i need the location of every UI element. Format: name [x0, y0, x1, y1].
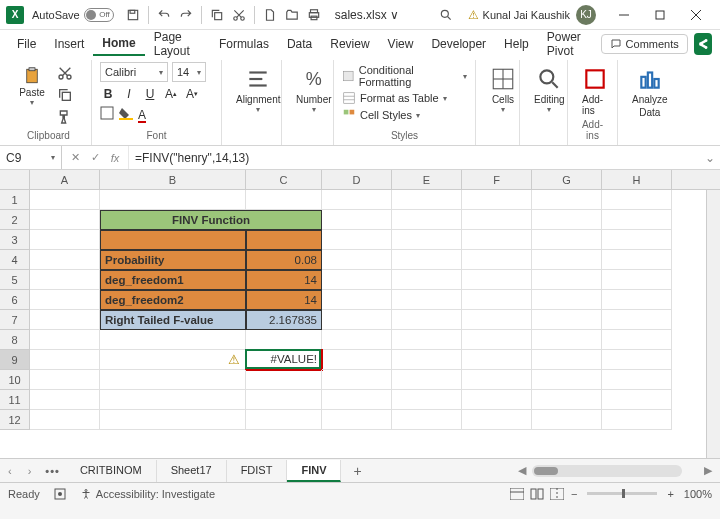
cell[interactable] [532, 310, 602, 330]
cell[interactable] [392, 190, 462, 210]
cell[interactable] [100, 230, 246, 250]
redo-icon[interactable] [176, 5, 196, 25]
cell[interactable] [322, 350, 392, 370]
row-header[interactable]: 12 [0, 410, 30, 430]
cell[interactable] [462, 250, 532, 270]
row-header[interactable]: 7 [0, 310, 30, 330]
cell[interactable] [246, 370, 322, 390]
cell[interactable] [462, 210, 532, 230]
addins-button[interactable]: Add-ins [576, 62, 614, 119]
menu-item-page-layout[interactable]: Page Layout [145, 26, 210, 62]
cell[interactable] [322, 230, 392, 250]
cell[interactable] [602, 330, 672, 350]
italic-button[interactable]: I [121, 86, 137, 102]
cell[interactable] [30, 410, 100, 430]
menu-item-review[interactable]: Review [321, 33, 378, 55]
tab-nav-prev-icon[interactable]: ‹ [0, 465, 20, 477]
close-button[interactable] [678, 0, 714, 30]
horizontal-scrollbar[interactable] [532, 465, 682, 477]
cell[interactable] [462, 410, 532, 430]
add-sheet-button[interactable]: + [341, 463, 373, 479]
cell[interactable] [532, 390, 602, 410]
cell[interactable] [532, 190, 602, 210]
user-name[interactable]: Kunal Jai Kaushik [483, 9, 570, 21]
zoom-in-button[interactable]: + [667, 488, 673, 500]
cell[interactable] [462, 390, 532, 410]
cell[interactable] [30, 230, 100, 250]
cell[interactable] [246, 390, 322, 410]
expand-formula-bar-icon[interactable]: ⌄ [700, 151, 720, 165]
column-header[interactable]: E [392, 170, 462, 189]
sheet-tab-sheet17[interactable]: Sheet17 [157, 460, 227, 482]
cell[interactable] [392, 390, 462, 410]
accessibility-status[interactable]: Accessibility: Investigate [80, 488, 215, 500]
cell[interactable] [602, 390, 672, 410]
cell-styles-button[interactable]: Cell Styles ▾ [342, 108, 467, 122]
avatar[interactable]: KJ [576, 5, 596, 25]
cell[interactable] [100, 390, 246, 410]
cell[interactable] [532, 370, 602, 390]
insert-function-icon[interactable]: fx [106, 149, 124, 167]
hscroll-right-icon[interactable]: ▶ [704, 464, 712, 477]
cell[interactable] [392, 270, 462, 290]
menu-item-developer[interactable]: Developer [422, 33, 495, 55]
menu-item-insert[interactable]: Insert [45, 33, 93, 55]
cell[interactable] [30, 350, 100, 370]
bold-button[interactable]: B [100, 86, 116, 102]
row-header[interactable]: 10 [0, 370, 30, 390]
row-header[interactable]: 9 [0, 350, 30, 370]
cell[interactable] [30, 270, 100, 290]
cell[interactable] [602, 250, 672, 270]
copy-button[interactable] [56, 86, 74, 104]
column-header[interactable]: F [462, 170, 532, 189]
cell[interactable] [532, 270, 602, 290]
cell[interactable] [462, 330, 532, 350]
copy-icon[interactable] [207, 5, 227, 25]
cell[interactable] [246, 230, 322, 250]
comments-button[interactable]: Comments [601, 34, 688, 54]
column-header[interactable]: G [532, 170, 602, 189]
cell[interactable] [532, 230, 602, 250]
print-icon[interactable] [304, 5, 324, 25]
cell[interactable] [392, 330, 462, 350]
cell[interactable] [602, 350, 672, 370]
open-file-icon[interactable] [282, 5, 302, 25]
cell[interactable] [100, 190, 246, 210]
tab-overflow-icon[interactable]: ••• [39, 465, 66, 477]
undo-icon[interactable] [154, 5, 174, 25]
cell[interactable] [602, 410, 672, 430]
cell[interactable] [462, 290, 532, 310]
cell[interactable] [100, 350, 246, 370]
page-break-view-icon[interactable] [547, 486, 567, 502]
cell[interactable] [322, 330, 392, 350]
cell[interactable] [392, 310, 462, 330]
cell[interactable] [322, 190, 392, 210]
column-header[interactable]: H [602, 170, 672, 189]
cancel-formula-icon[interactable]: ✕ [66, 149, 84, 167]
cells-button[interactable]: Cells▾ [484, 62, 522, 141]
editing-button[interactable]: Editing▾ [528, 62, 571, 141]
cell[interactable] [100, 370, 246, 390]
zoom-out-button[interactable]: − [571, 488, 577, 500]
cell[interactable] [30, 370, 100, 390]
number-format-button[interactable]: % Number▾ [290, 62, 338, 141]
cell[interactable] [322, 290, 392, 310]
menu-item-data[interactable]: Data [278, 33, 321, 55]
zoom-slider[interactable] [587, 492, 657, 495]
cell[interactable] [392, 210, 462, 230]
cell[interactable]: 14 [246, 290, 322, 310]
cell[interactable]: #VALUE! [246, 350, 322, 370]
fill-color-button[interactable] [119, 106, 133, 123]
row-header[interactable]: 11 [0, 390, 30, 410]
cell[interactable] [602, 290, 672, 310]
cell[interactable] [602, 370, 672, 390]
cell[interactable] [30, 250, 100, 270]
cell[interactable] [602, 210, 672, 230]
cell[interactable] [392, 410, 462, 430]
cell[interactable] [246, 410, 322, 430]
sheet-tab-finv[interactable]: FINV [287, 460, 341, 482]
analyze-data-button[interactable]: Analyze Data [626, 62, 674, 141]
cell[interactable] [30, 310, 100, 330]
menu-item-help[interactable]: Help [495, 33, 538, 55]
cell[interactable]: 14 [246, 270, 322, 290]
